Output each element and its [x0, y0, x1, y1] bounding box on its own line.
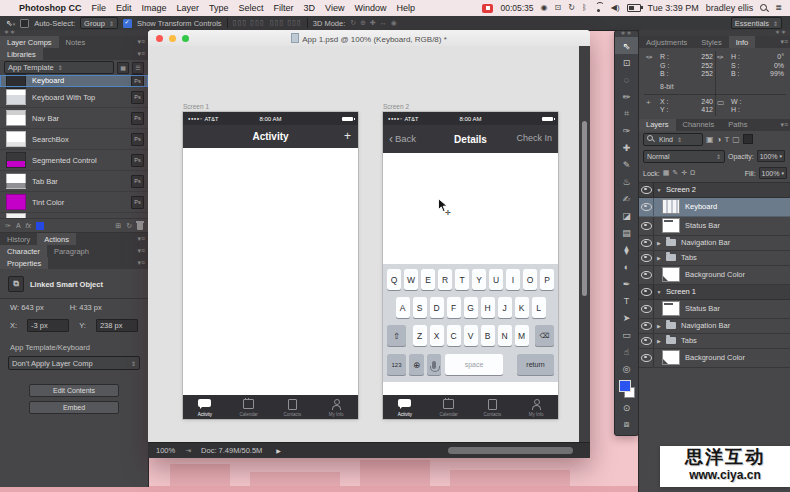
library-item-keyboard-with-top[interactable]: Keyboard With TopPs	[0, 87, 148, 108]
wifi-icon[interactable]	[594, 5, 604, 12]
layer-group-navigation-bar[interactable]: ▶Navigation Bar	[639, 236, 790, 251]
key-y[interactable]: Y	[472, 269, 486, 290]
menu-type[interactable]: Type	[209, 3, 229, 13]
delete-key[interactable]: ⌫	[535, 325, 554, 346]
visibility-cell[interactable]	[639, 349, 654, 367]
blur-tool[interactable]: ⧫	[615, 241, 638, 258]
key-j[interactable]: J	[498, 297, 512, 318]
eye-icon[interactable]	[641, 239, 652, 247]
hand-tool[interactable]: ☝	[615, 343, 638, 360]
menu-image[interactable]: Image	[142, 3, 167, 13]
tab-paths[interactable]: Paths	[721, 119, 754, 131]
tab-calendar[interactable]: Calendar	[427, 395, 471, 419]
visibility-cell[interactable]	[639, 183, 654, 197]
eyedropper-tool[interactable]: ✑	[615, 122, 638, 139]
visibility-cell[interactable]	[639, 236, 654, 250]
add-button[interactable]: +	[344, 129, 351, 143]
artboard-label-screen1[interactable]: Screen 1	[183, 103, 209, 110]
lock-transparency-icon[interactable]: ▦	[663, 169, 670, 177]
tab-layer-comps[interactable]: Layer Comps	[0, 36, 59, 48]
volume-icon[interactable]: ◀)	[611, 4, 620, 12]
visibility-cell[interactable]	[639, 300, 654, 318]
key-l[interactable]: L	[532, 297, 546, 318]
key-f[interactable]: F	[447, 297, 461, 318]
visibility-cell[interactable]	[639, 217, 654, 235]
crop-tool[interactable]: ⌗	[615, 105, 638, 122]
expand-caret-icon[interactable]: ▶	[654, 338, 664, 344]
layer-row-keyboard[interactable]: Keyboard	[639, 198, 790, 217]
tab-character[interactable]: Character	[0, 245, 47, 257]
library-item-keyboard[interactable]: KeyboardPs	[0, 75, 148, 87]
add-color-swatch[interactable]	[36, 222, 44, 230]
layer-group-screen-1[interactable]: ▼Screen 1	[639, 285, 790, 300]
tab-info[interactable]: Info	[729, 36, 756, 48]
quick-selection-tool[interactable]: ✏	[615, 88, 638, 105]
tab-notes[interactable]: Notes	[59, 36, 93, 48]
menu-help[interactable]: Help	[396, 3, 415, 13]
eye-icon[interactable]	[641, 322, 652, 330]
expand-caret-icon[interactable]: ▶	[654, 323, 664, 329]
document-title-bar[interactable]: App 1.psd @ 100% (Keyboard, RGB/8) *	[148, 30, 590, 47]
add-layer-style-icon[interactable]: fx	[26, 222, 31, 229]
key-c[interactable]: C	[447, 325, 461, 346]
document-size-readout[interactable]: Doc: 7.49M/50.5M	[201, 446, 262, 455]
sync-library-icon[interactable]: ↻	[126, 222, 132, 230]
new-library-icon[interactable]: ⊞	[115, 222, 121, 230]
key-q[interactable]: Q	[387, 269, 401, 290]
eye-icon[interactable]	[641, 305, 652, 313]
key-d[interactable]: D	[430, 297, 444, 318]
key-a[interactable]: A	[396, 297, 410, 318]
type-tool[interactable]: T	[615, 292, 638, 309]
key-v[interactable]: V	[464, 325, 478, 346]
artboard-screen1[interactable]: ●●●●○ AT&T 8:00 AM Activity + ActivityCa…	[183, 112, 358, 419]
key-b[interactable]: B	[481, 325, 495, 346]
notification-center-icon[interactable]: ≣	[775, 4, 782, 12]
foreground-color-swatch[interactable]	[619, 380, 631, 392]
layer-comp-dropdown[interactable]: Don't Apply Layer Comp⇕	[8, 356, 140, 370]
tab-my-info[interactable]: My Info	[514, 395, 558, 419]
add-character-style-icon[interactable]: A	[16, 222, 21, 229]
spotlight-icon[interactable]	[760, 4, 768, 12]
list-view-button[interactable]: ☰	[132, 62, 144, 74]
tab-adjustments[interactable]: Adjustments	[639, 36, 694, 48]
battery-icon[interactable]	[627, 4, 641, 12]
expand-caret-icon[interactable]: ▶	[654, 255, 664, 261]
filter-smart-object-icon[interactable]	[743, 134, 753, 144]
library-item-tab-bar[interactable]: Tab BarPs	[0, 171, 148, 192]
tab-contacts[interactable]: Contacts	[471, 395, 515, 419]
quick-mask-button[interactable]: ⊙	[615, 399, 638, 416]
color-swatches[interactable]	[615, 379, 638, 399]
menu-view[interactable]: View	[325, 3, 344, 13]
return-key[interactable]: return	[517, 354, 554, 375]
delete-library-item-icon[interactable]	[137, 223, 143, 230]
tab-actions[interactable]: Actions	[37, 233, 76, 245]
layer-group-screen-2[interactable]: ▼Screen 2	[639, 183, 790, 198]
filter-pixel-layers-icon[interactable]: ▣	[706, 135, 714, 144]
marquee-tool[interactable]: ⊡	[615, 54, 638, 71]
lock-all-icon[interactable]: Ω	[690, 169, 695, 177]
bluetooth-icon[interactable]: ᛒ	[582, 4, 587, 12]
opacity-field[interactable]: 100%▾	[757, 150, 785, 162]
tab-activity[interactable]: Activity	[383, 395, 427, 419]
visibility-cell[interactable]	[639, 334, 654, 348]
shape-tool[interactable]: ▭	[615, 326, 638, 343]
eye-icon[interactable]	[641, 203, 652, 211]
eye-icon[interactable]	[641, 186, 652, 194]
key-m[interactable]: M	[515, 325, 529, 346]
distribute-icons-group[interactable]: ▯▯▯ ▯▯▯	[270, 19, 302, 27]
expand-caret-icon[interactable]: ▶	[654, 240, 664, 246]
lasso-tool[interactable]: ◌	[615, 71, 638, 88]
visibility-cell[interactable]	[639, 285, 654, 299]
shift-key[interactable]: ⇧	[387, 325, 406, 346]
key-x[interactable]: X	[430, 325, 444, 346]
clone-stamp-tool[interactable]: ♨	[615, 173, 638, 190]
menu-bar-user[interactable]: bradley ellis	[706, 3, 754, 13]
layer-row-status-bar[interactable]: Status Bar	[639, 217, 790, 236]
layer-row-background-color[interactable]: Background Color	[639, 349, 790, 368]
layer-group-tabs[interactable]: ▶Tabs	[639, 251, 790, 266]
camera-menu-icon[interactable]: ◉	[541, 4, 548, 12]
layer-row-background-color[interactable]: Background Color	[639, 266, 790, 285]
panel-menu-icon[interactable]: ▾≡	[137, 247, 145, 255]
layer-group-navigation-bar[interactable]: ▶Navigation Bar	[639, 319, 790, 334]
key-r[interactable]: R	[438, 269, 452, 290]
